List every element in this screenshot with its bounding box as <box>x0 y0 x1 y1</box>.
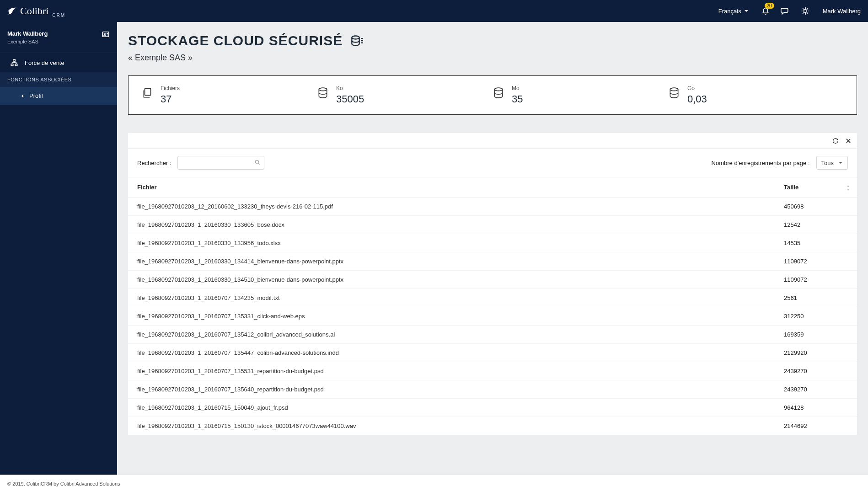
bug-icon[interactable] <box>801 6 810 16</box>
chevron-left-icon <box>20 94 25 98</box>
file-name-cell: file_19680927010203_12_20160602_133230_t… <box>128 198 775 216</box>
file-name-cell: file_19680927010203_1_20160330_133956_to… <box>128 234 775 252</box>
svg-point-10 <box>670 88 678 91</box>
file-name-cell: file_19680927010203_1_20160707_135412_co… <box>128 326 775 344</box>
file-size-cell: 12542 <box>775 216 857 234</box>
files-table-card: Rechercher : Nombre d'enregistrements pa… <box>128 133 857 435</box>
files-icon <box>141 87 153 99</box>
notification-badge: 20 <box>765 3 774 9</box>
sort-icon: ▲▼ <box>847 184 850 191</box>
svg-rect-5 <box>15 64 17 66</box>
file-size-cell: 1109072 <box>775 252 857 271</box>
stat-mo: Mo 35 <box>493 85 668 105</box>
brand-logo[interactable]: Colibri CRM <box>7 5 65 18</box>
svg-rect-7 <box>145 88 151 95</box>
table-row[interactable]: file_19680927010203_1_20160715_150049_aj… <box>128 399 857 417</box>
per-page-value: Tous <box>821 160 834 166</box>
search-input[interactable] <box>177 156 264 170</box>
file-size-cell: 2439270 <box>775 380 857 399</box>
column-header-size[interactable]: Taille ▲▼ <box>775 177 857 198</box>
bird-icon <box>7 6 17 16</box>
sidebar-item-force-de-vente[interactable]: Force de vente <box>0 53 117 72</box>
stat-value: 37 <box>161 93 180 105</box>
table-row[interactable]: file_19680927010203_1_20160707_135447_co… <box>128 344 857 362</box>
sidebar-item-label: Force de vente <box>25 59 64 66</box>
refresh-icon[interactable] <box>832 138 839 144</box>
stat-value: 0,03 <box>687 93 707 105</box>
file-size-cell: 450698 <box>775 198 857 216</box>
column-header-file[interactable]: Fichier <box>128 177 775 198</box>
stat-value: 35005 <box>336 93 364 105</box>
stat-ko: Ko 35005 <box>317 85 493 105</box>
table-row[interactable]: file_19680927010203_1_20160707_135331_cl… <box>128 307 857 326</box>
footer: © 2019. ColibriCRM by Colibri Advanced S… <box>0 475 868 492</box>
svg-rect-3 <box>13 59 16 61</box>
table-row[interactable]: file_19680927010203_1_20160330_134414_bi… <box>128 252 857 271</box>
file-name-cell: file_19680927010203_1_20160707_135531_re… <box>128 362 775 380</box>
svg-point-6 <box>352 36 359 39</box>
chat-icon[interactable] <box>781 6 790 16</box>
svg-point-2 <box>104 33 105 35</box>
file-size-cell: 2144692 <box>775 417 857 435</box>
search-icon <box>254 159 261 166</box>
file-size-cell: 2439270 <box>775 362 857 380</box>
svg-rect-4 <box>11 64 13 66</box>
database-icon <box>317 87 329 99</box>
file-size-cell: 2129920 <box>775 344 857 362</box>
topbar-username[interactable]: Mark Wallberg <box>823 8 861 15</box>
file-name-cell: file_19680927010203_1_20160707_134235_mo… <box>128 289 775 307</box>
table-row[interactable]: file_19680927010203_1_20160707_135412_co… <box>128 326 857 344</box>
sidebar-user-block: Mark Wallberg Exemple SAS <box>0 22 117 53</box>
file-name-cell: file_19680927010203_1_20160707_135331_cl… <box>128 307 775 326</box>
svg-point-0 <box>804 10 807 13</box>
stats-bar: Fichiers 37 Ko 35005 Mo 35 Go 0,03 <box>128 75 857 115</box>
file-size-cell: 964128 <box>775 399 857 417</box>
stat-files: Fichiers 37 <box>141 85 317 105</box>
database-icon <box>493 87 504 99</box>
files-table: Fichier Taille ▲▼ file_19680927010203_12… <box>128 177 857 435</box>
table-row[interactable]: file_19680927010203_1_20160715_150130_is… <box>128 417 857 435</box>
table-row[interactable]: file_19680927010203_1_20160330_133956_to… <box>128 234 857 252</box>
file-name-cell: file_19680927010203_1_20160707_135447_co… <box>128 344 775 362</box>
page-title: STOCKAGE CLOUD SÉCURISÉ <box>128 33 343 48</box>
stat-label: Mo <box>512 85 523 91</box>
stat-label: Fichiers <box>161 85 180 91</box>
main-content: STOCKAGE CLOUD SÉCURISÉ « Exemple SAS » … <box>117 22 868 475</box>
file-size-cell: 169359 <box>775 326 857 344</box>
chevron-down-icon <box>838 160 843 165</box>
table-row[interactable]: file_19680927010203_1_20160707_134235_mo… <box>128 289 857 307</box>
stat-value: 35 <box>512 93 523 105</box>
file-name-cell: file_19680927010203_1_20160330_134414_bi… <box>128 252 775 271</box>
sidebar-user-name: Mark Wallberg <box>7 30 48 37</box>
brand-sub: CRM <box>52 13 65 18</box>
table-row[interactable]: file_19680927010203_1_20160707_135640_re… <box>128 380 857 399</box>
notifications-button[interactable]: 20 <box>761 6 770 16</box>
stat-go: Go 0,03 <box>668 85 844 105</box>
file-name-cell: file_19680927010203_1_20160707_135640_re… <box>128 380 775 399</box>
footer-text: © 2019. ColibriCRM by Colibri Advanced S… <box>7 481 120 487</box>
file-name-cell: file_19680927010203_1_20160330_134510_bi… <box>128 271 775 289</box>
server-stack-icon[interactable] <box>351 34 364 47</box>
file-size-cell: 14535 <box>775 234 857 252</box>
breadcrumb: « Exemple SAS » <box>128 53 857 63</box>
file-size-cell: 2561 <box>775 289 857 307</box>
table-row[interactable]: file_19680927010203_1_20160707_135531_re… <box>128 362 857 380</box>
per-page-label: Nombre d'enregistrements par page : <box>712 160 810 166</box>
close-icon[interactable] <box>845 138 852 144</box>
table-row[interactable]: file_19680927010203_1_20160330_133605_bo… <box>128 216 857 234</box>
file-name-cell: file_19680927010203_1_20160330_133605_bo… <box>128 216 775 234</box>
language-selector[interactable]: Français <box>718 8 749 15</box>
sidebar-subitem-profil[interactable]: Profil <box>0 87 117 105</box>
id-card-icon[interactable] <box>102 30 110 38</box>
table-controls: Rechercher : Nombre d'enregistrements pa… <box>128 149 857 177</box>
svg-point-9 <box>494 88 502 91</box>
table-row[interactable]: file_19680927010203_1_20160330_134510_bi… <box>128 271 857 289</box>
file-size-cell: 312250 <box>775 307 857 326</box>
chevron-down-icon <box>744 9 749 13</box>
per-page-select[interactable]: Tous <box>816 156 848 170</box>
file-name-cell: file_19680927010203_1_20160715_150049_aj… <box>128 399 775 417</box>
table-row[interactable]: file_19680927010203_12_20160602_133230_t… <box>128 198 857 216</box>
svg-rect-1 <box>102 32 109 37</box>
svg-point-8 <box>319 88 327 91</box>
sidebar-section-label: FONCTIONS ASSOCIÉES <box>0 72 117 87</box>
